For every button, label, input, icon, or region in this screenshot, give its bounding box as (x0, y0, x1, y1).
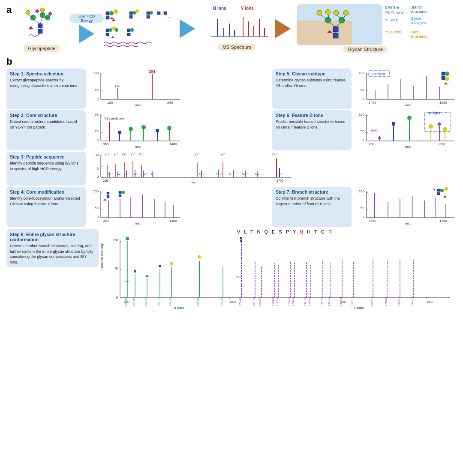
step6-chart: 0 50 100 200 800 m/z B ions -H₂O (354, 110, 457, 150)
svg-text:1076.51: 1076.51 (259, 296, 262, 306)
step1-chart-svg: 0 50 100 130 240 m/z 138 204 (88, 69, 182, 107)
step8-row: Step 8: Entire glycan structure conforma… (6, 229, 457, 316)
svg-text:100: 100 (93, 71, 99, 75)
svg-text:200: 200 (103, 179, 108, 182)
step4-desc: Identify core-fucosylation and/or bisect… (10, 196, 82, 207)
step7-chart-svg: 0 50 100 1460 1760 m/z Y ions (354, 187, 457, 225)
svg-text:1149.53: 1149.53 (272, 296, 274, 306)
svg-rect-319 (159, 265, 161, 267)
spacer3 (184, 187, 270, 227)
svg-text:50: 50 (95, 206, 99, 210)
svg-text:m/z: m/z (405, 222, 411, 225)
row-3: Step 3: Peptide sequence Identify peptid… (6, 152, 457, 186)
svg-text:1392.61: 1392.61 (320, 296, 323, 306)
step4-chart: 0 50 100 960 1400 m/z (88, 187, 182, 227)
svg-text:1238.56: 1238.56 (292, 296, 295, 306)
svg-point-247 (440, 189, 444, 192)
svg-marker-107 (444, 82, 448, 84)
step7-title: Step 7: Branch structure (276, 189, 348, 195)
step2-title: Step 2: Core structure (10, 113, 82, 118)
svg-point-26 (135, 9, 139, 13)
svg-text:-H₂O: -H₂O (370, 129, 378, 132)
svg-text:b₁₀⁺: b₁₀⁺ (216, 173, 222, 176)
svg-point-70 (343, 10, 349, 15)
step8-spectrum-svg: Relative Intensity 0 50 100 200 1000 m/z… (101, 235, 452, 314)
svg-rect-18 (106, 12, 109, 15)
b-ions-yn-label: B ions &Y5-Yn ions (385, 5, 403, 15)
y14-ions-label: Y1-4 ions (385, 30, 401, 34)
glycan-structure-box: B ions &Y5-Yn ions Y5 ions Y1-4 ions Bra… (295, 4, 436, 53)
svg-line-59 (329, 22, 336, 27)
low-hcd-box: ... (104, 9, 172, 48)
svg-text:...: ... (167, 13, 171, 19)
svg-text:100: 100 (113, 239, 118, 242)
panel-a: a (6, 4, 457, 53)
svg-rect-27 (147, 12, 150, 15)
glycopeptide-box: Glycopeptide (14, 6, 69, 52)
svg-text:50: 50 (361, 129, 364, 133)
svg-text:1400: 1400 (169, 219, 177, 223)
svg-rect-55 (333, 33, 338, 38)
svg-text:204.09: 204.09 (132, 298, 135, 306)
step5-block: Step 5: Glycan subtype Determine glycan … (272, 69, 352, 109)
y5-ions-label: Y5 ions (385, 18, 397, 22)
svg-text:1047.49: 1047.49 (253, 296, 255, 306)
svg-text:204: 204 (149, 69, 155, 74)
svg-text:B ions: B ions (429, 111, 441, 115)
svg-text:1760: 1760 (439, 219, 447, 223)
svg-text:y₁₅⁺: y₁₅⁺ (272, 153, 278, 156)
svg-text:240: 240 (167, 101, 173, 105)
arrow1-container: Low HCD Energy (69, 14, 104, 43)
step5-title: Step 5: Glycan subtype (276, 71, 348, 76)
svg-text:B ions: B ions (174, 306, 184, 310)
svg-point-29 (150, 11, 153, 15)
svg-text:m/z: m/z (405, 103, 411, 107)
step3-chart: 0 5 10 200 1700 m/z y₁⁺ y₂⁺ y₃⁺ y₄⁺ y₅⁺ … (88, 152, 294, 186)
svg-text:50: 50 (95, 88, 99, 92)
svg-text:y₈⁺: y₈⁺ (195, 153, 200, 156)
svg-text:800: 800 (439, 142, 445, 146)
svg-text:1700: 1700 (277, 179, 283, 182)
step3-block: Step 3: Peptide sequence Identify peptid… (6, 152, 86, 186)
step2-desc: Detect core structure candidates based o… (10, 119, 82, 130)
panel-a-label: a (6, 4, 12, 15)
svg-rect-224 (119, 191, 121, 194)
svg-rect-246 (437, 192, 440, 195)
svg-point-105 (445, 72, 449, 76)
svg-marker-37 (111, 36, 114, 38)
svg-rect-221 (107, 192, 109, 195)
branch-label: Branch structures (410, 5, 434, 14)
step1-title: Step 1: Spectra selection (10, 71, 82, 76)
row-1: Step 1: Spectra selection Extract glycop… (6, 69, 457, 109)
svg-rect-40 (127, 33, 130, 36)
svg-point-20 (109, 11, 114, 15)
svg-line-11 (33, 20, 40, 24)
svg-text:100: 100 (359, 113, 365, 117)
step8-large-chart: V L T N Q E S P Y N H T G R Relative Int… (101, 229, 457, 316)
svg-text:m/z: m/z (191, 181, 196, 184)
glycan-subtypes-label: Glycan subtypes (410, 16, 434, 25)
svg-text:0: 0 (363, 97, 365, 101)
glycopeptide-drawing (16, 6, 67, 44)
svg-text:1903.79: 1903.79 (411, 296, 414, 306)
step5-chart: 0 50 100 1400 1600 m/z Complex (354, 69, 457, 109)
glycan-structure-svg (299, 5, 382, 44)
svg-rect-39 (127, 29, 130, 32)
glycopeptide-label: Glycopeptide (24, 45, 60, 52)
svg-text:1230.56: 1230.56 (288, 296, 291, 306)
spacer2 (184, 110, 270, 150)
svg-text:1319.58: 1319.58 (308, 296, 311, 306)
step5-chart-svg: 0 50 100 1400 1600 m/z Complex (354, 69, 457, 107)
svg-text:1557.18: 1557.18 (351, 296, 354, 306)
svg-rect-323 (240, 239, 242, 242)
svg-text:b₁₂⁺: b₁₂⁺ (242, 173, 248, 176)
svg-text:m/z: m/z (135, 103, 141, 107)
step3-chart-svg: 0 5 10 200 1700 m/z y₁⁺ y₂⁺ y₃⁺ y₄⁺ y₅⁺ … (88, 152, 294, 184)
low-hcd-drawing: ... (104, 9, 172, 48)
svg-rect-23 (129, 12, 132, 15)
svg-text:100: 100 (93, 189, 99, 193)
step2-chart: 0 25 50 950 1400 m/z Y1 candidate (88, 110, 182, 150)
svg-text:m/z: m/z (135, 145, 141, 149)
svg-point-65 (317, 10, 322, 15)
svg-rect-24 (129, 15, 132, 18)
